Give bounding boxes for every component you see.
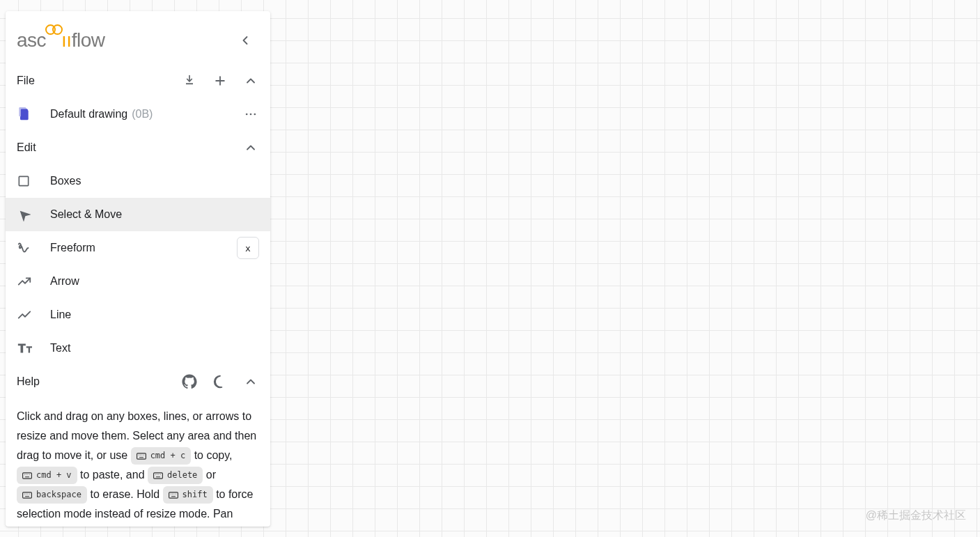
tool-freeform[interactable]: Freeform x — [6, 231, 270, 265]
keyboard-icon — [137, 453, 146, 460]
keyboard-icon — [169, 492, 178, 499]
file-section-header[interactable]: File — [6, 64, 270, 98]
tool-select-move-label: Select & Move — [50, 208, 259, 221]
sidebar-header: ascııflow — [6, 11, 270, 64]
box-icon — [17, 174, 31, 188]
svg-rect-21 — [154, 473, 163, 478]
download-icon — [182, 74, 196, 88]
keyboard-icon — [22, 472, 32, 479]
edit-section-header[interactable]: Edit — [6, 131, 270, 164]
chevron-up-icon — [244, 74, 258, 88]
tool-arrow[interactable]: Arrow — [6, 265, 270, 298]
file-name-label: Default drawing — [50, 108, 127, 120]
svg-point-5 — [246, 114, 248, 116]
asciiflow-logo: ascııflow — [17, 29, 104, 52]
logo-text-pre: asc — [17, 29, 46, 52]
plus-icon — [213, 74, 227, 88]
file-size-label: (0B) — [132, 108, 153, 120]
tool-line[interactable]: Line — [6, 298, 270, 332]
svg-rect-27 — [23, 492, 32, 498]
svg-rect-0 — [186, 83, 193, 84]
kbd-delete: delete — [148, 467, 203, 484]
dark-mode-button[interactable] — [206, 368, 234, 396]
edit-collapse-button[interactable] — [237, 134, 265, 162]
help-text-4: or — [206, 469, 216, 481]
tool-boxes[interactable]: Boxes — [6, 164, 270, 198]
tool-boxes-label: Boxes — [50, 175, 259, 187]
help-collapse-button[interactable] — [237, 368, 265, 396]
kbd-paste: cmd + v — [17, 467, 77, 484]
more-horizontal-icon — [244, 107, 258, 121]
moon-icon — [212, 374, 228, 389]
help-section-label: Help — [17, 375, 176, 388]
file-section-label: File — [17, 75, 176, 87]
new-file-button[interactable] — [206, 67, 234, 95]
collapse-sidebar-button[interactable] — [231, 26, 259, 54]
keyboard-icon — [153, 472, 163, 479]
help-text-3: to paste, and — [80, 469, 148, 481]
watermark-text: @稀土掘金技术社区 — [866, 508, 966, 523]
sidebar-panel: ascııflow File Default drawing (0B) — [6, 11, 270, 527]
svg-point-7 — [254, 114, 256, 116]
download-button[interactable] — [176, 67, 203, 95]
help-description: Click and drag on any boxes, lines, or a… — [6, 398, 270, 524]
tool-text-label: Text — [50, 342, 259, 355]
cursor-icon — [17, 208, 31, 221]
line-chart-icon — [17, 307, 32, 322]
kbd-copy: cmd + c — [131, 447, 192, 465]
svg-rect-4 — [21, 109, 28, 118]
svg-rect-9 — [137, 453, 146, 459]
edit-section-label: Edit — [17, 141, 237, 154]
gesture-icon — [17, 240, 32, 256]
tool-select-move[interactable]: Select & Move — [6, 198, 270, 231]
github-icon — [182, 374, 197, 389]
logo-ii-rings: ıı — [46, 29, 72, 52]
help-section-header[interactable]: Help — [6, 365, 270, 398]
keyboard-icon — [22, 492, 32, 499]
help-text-2: to copy, — [194, 449, 233, 461]
svg-rect-8 — [19, 176, 28, 185]
file-item-default[interactable]: Default drawing (0B) — [6, 98, 270, 131]
chevron-left-icon — [238, 33, 252, 47]
svg-rect-33 — [169, 492, 178, 498]
file-menu-button[interactable] — [237, 100, 265, 128]
logo-text-post: flow — [72, 29, 105, 52]
kbd-shift: shift — [163, 486, 213, 504]
trending-up-icon — [17, 274, 32, 289]
tool-freeform-label: Freeform — [50, 242, 237, 254]
freeform-shortcut-key: x — [237, 237, 259, 259]
tool-line-label: Line — [50, 309, 259, 321]
text-fields-icon — [17, 341, 32, 356]
file-collapse-button[interactable] — [237, 67, 265, 95]
kbd-backspace: backspace — [17, 486, 87, 504]
chevron-up-icon — [244, 141, 258, 155]
svg-point-6 — [250, 114, 252, 116]
help-text-5: to erase. Hold — [90, 488, 162, 500]
tool-text[interactable]: Text — [6, 332, 270, 365]
github-link[interactable] — [176, 368, 203, 396]
tool-arrow-label: Arrow — [50, 275, 259, 288]
svg-rect-15 — [23, 473, 32, 478]
document-icon — [17, 107, 31, 121]
chevron-up-icon — [244, 375, 258, 389]
